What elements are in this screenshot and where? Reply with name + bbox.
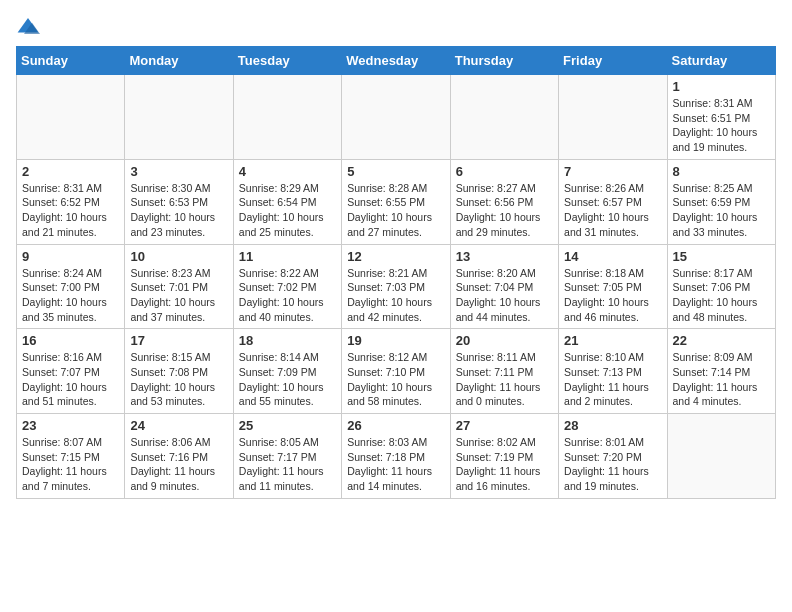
calendar-cell: 10Sunrise: 8:23 AM Sunset: 7:01 PM Dayli…	[125, 244, 233, 329]
calendar-cell: 3Sunrise: 8:30 AM Sunset: 6:53 PM Daylig…	[125, 159, 233, 244]
day-info: Sunrise: 8:07 AM Sunset: 7:15 PM Dayligh…	[22, 435, 119, 494]
day-info: Sunrise: 8:22 AM Sunset: 7:02 PM Dayligh…	[239, 266, 336, 325]
day-info: Sunrise: 8:15 AM Sunset: 7:08 PM Dayligh…	[130, 350, 227, 409]
day-number: 2	[22, 164, 119, 179]
week-row-1: 1Sunrise: 8:31 AM Sunset: 6:51 PM Daylig…	[17, 75, 776, 160]
day-number: 18	[239, 333, 336, 348]
day-number: 3	[130, 164, 227, 179]
calendar-cell: 16Sunrise: 8:16 AM Sunset: 7:07 PM Dayli…	[17, 329, 125, 414]
week-row-2: 2Sunrise: 8:31 AM Sunset: 6:52 PM Daylig…	[17, 159, 776, 244]
day-number: 23	[22, 418, 119, 433]
day-info: Sunrise: 8:03 AM Sunset: 7:18 PM Dayligh…	[347, 435, 444, 494]
day-number: 1	[673, 79, 770, 94]
calendar-cell: 5Sunrise: 8:28 AM Sunset: 6:55 PM Daylig…	[342, 159, 450, 244]
day-info: Sunrise: 8:21 AM Sunset: 7:03 PM Dayligh…	[347, 266, 444, 325]
day-number: 22	[673, 333, 770, 348]
week-row-4: 16Sunrise: 8:16 AM Sunset: 7:07 PM Dayli…	[17, 329, 776, 414]
weekday-header-tuesday: Tuesday	[233, 47, 341, 75]
day-number: 6	[456, 164, 553, 179]
day-number: 19	[347, 333, 444, 348]
day-number: 7	[564, 164, 661, 179]
day-info: Sunrise: 8:25 AM Sunset: 6:59 PM Dayligh…	[673, 181, 770, 240]
day-info: Sunrise: 8:11 AM Sunset: 7:11 PM Dayligh…	[456, 350, 553, 409]
calendar-cell: 23Sunrise: 8:07 AM Sunset: 7:15 PM Dayli…	[17, 414, 125, 499]
weekday-header-monday: Monday	[125, 47, 233, 75]
week-row-3: 9Sunrise: 8:24 AM Sunset: 7:00 PM Daylig…	[17, 244, 776, 329]
day-info: Sunrise: 8:31 AM Sunset: 6:51 PM Dayligh…	[673, 96, 770, 155]
day-number: 12	[347, 249, 444, 264]
day-number: 26	[347, 418, 444, 433]
day-number: 21	[564, 333, 661, 348]
calendar-cell: 25Sunrise: 8:05 AM Sunset: 7:17 PM Dayli…	[233, 414, 341, 499]
calendar-cell: 24Sunrise: 8:06 AM Sunset: 7:16 PM Dayli…	[125, 414, 233, 499]
calendar-cell: 2Sunrise: 8:31 AM Sunset: 6:52 PM Daylig…	[17, 159, 125, 244]
calendar-cell	[125, 75, 233, 160]
logo-icon	[16, 16, 40, 36]
day-number: 9	[22, 249, 119, 264]
day-info: Sunrise: 8:26 AM Sunset: 6:57 PM Dayligh…	[564, 181, 661, 240]
calendar-cell	[342, 75, 450, 160]
calendar-cell: 26Sunrise: 8:03 AM Sunset: 7:18 PM Dayli…	[342, 414, 450, 499]
calendar-cell	[559, 75, 667, 160]
day-info: Sunrise: 8:18 AM Sunset: 7:05 PM Dayligh…	[564, 266, 661, 325]
day-info: Sunrise: 8:10 AM Sunset: 7:13 PM Dayligh…	[564, 350, 661, 409]
day-info: Sunrise: 8:27 AM Sunset: 6:56 PM Dayligh…	[456, 181, 553, 240]
calendar-cell: 9Sunrise: 8:24 AM Sunset: 7:00 PM Daylig…	[17, 244, 125, 329]
weekday-header-thursday: Thursday	[450, 47, 558, 75]
day-number: 17	[130, 333, 227, 348]
day-info: Sunrise: 8:09 AM Sunset: 7:14 PM Dayligh…	[673, 350, 770, 409]
day-info: Sunrise: 8:24 AM Sunset: 7:00 PM Dayligh…	[22, 266, 119, 325]
day-number: 15	[673, 249, 770, 264]
calendar-cell: 8Sunrise: 8:25 AM Sunset: 6:59 PM Daylig…	[667, 159, 775, 244]
calendar-cell: 28Sunrise: 8:01 AM Sunset: 7:20 PM Dayli…	[559, 414, 667, 499]
day-number: 24	[130, 418, 227, 433]
day-info: Sunrise: 8:28 AM Sunset: 6:55 PM Dayligh…	[347, 181, 444, 240]
calendar-cell: 18Sunrise: 8:14 AM Sunset: 7:09 PM Dayli…	[233, 329, 341, 414]
week-row-5: 23Sunrise: 8:07 AM Sunset: 7:15 PM Dayli…	[17, 414, 776, 499]
calendar-cell: 1Sunrise: 8:31 AM Sunset: 6:51 PM Daylig…	[667, 75, 775, 160]
calendar: SundayMondayTuesdayWednesdayThursdayFrid…	[16, 46, 776, 499]
day-number: 10	[130, 249, 227, 264]
day-number: 28	[564, 418, 661, 433]
day-info: Sunrise: 8:31 AM Sunset: 6:52 PM Dayligh…	[22, 181, 119, 240]
day-number: 8	[673, 164, 770, 179]
calendar-cell: 4Sunrise: 8:29 AM Sunset: 6:54 PM Daylig…	[233, 159, 341, 244]
weekday-header-friday: Friday	[559, 47, 667, 75]
calendar-cell: 13Sunrise: 8:20 AM Sunset: 7:04 PM Dayli…	[450, 244, 558, 329]
day-number: 20	[456, 333, 553, 348]
day-number: 27	[456, 418, 553, 433]
calendar-cell: 6Sunrise: 8:27 AM Sunset: 6:56 PM Daylig…	[450, 159, 558, 244]
day-info: Sunrise: 8:20 AM Sunset: 7:04 PM Dayligh…	[456, 266, 553, 325]
weekday-header-row: SundayMondayTuesdayWednesdayThursdayFrid…	[17, 47, 776, 75]
day-info: Sunrise: 8:14 AM Sunset: 7:09 PM Dayligh…	[239, 350, 336, 409]
calendar-cell: 15Sunrise: 8:17 AM Sunset: 7:06 PM Dayli…	[667, 244, 775, 329]
calendar-cell: 12Sunrise: 8:21 AM Sunset: 7:03 PM Dayli…	[342, 244, 450, 329]
day-info: Sunrise: 8:01 AM Sunset: 7:20 PM Dayligh…	[564, 435, 661, 494]
weekday-header-wednesday: Wednesday	[342, 47, 450, 75]
calendar-cell: 22Sunrise: 8:09 AM Sunset: 7:14 PM Dayli…	[667, 329, 775, 414]
calendar-cell: 14Sunrise: 8:18 AM Sunset: 7:05 PM Dayli…	[559, 244, 667, 329]
calendar-cell: 27Sunrise: 8:02 AM Sunset: 7:19 PM Dayli…	[450, 414, 558, 499]
day-info: Sunrise: 8:12 AM Sunset: 7:10 PM Dayligh…	[347, 350, 444, 409]
weekday-header-saturday: Saturday	[667, 47, 775, 75]
header	[16, 16, 776, 36]
calendar-cell: 20Sunrise: 8:11 AM Sunset: 7:11 PM Dayli…	[450, 329, 558, 414]
calendar-cell	[667, 414, 775, 499]
day-info: Sunrise: 8:23 AM Sunset: 7:01 PM Dayligh…	[130, 266, 227, 325]
calendar-cell: 21Sunrise: 8:10 AM Sunset: 7:13 PM Dayli…	[559, 329, 667, 414]
calendar-cell: 11Sunrise: 8:22 AM Sunset: 7:02 PM Dayli…	[233, 244, 341, 329]
day-number: 16	[22, 333, 119, 348]
day-number: 5	[347, 164, 444, 179]
logo	[16, 16, 44, 36]
calendar-cell	[233, 75, 341, 160]
day-number: 14	[564, 249, 661, 264]
calendar-cell: 7Sunrise: 8:26 AM Sunset: 6:57 PM Daylig…	[559, 159, 667, 244]
calendar-cell	[450, 75, 558, 160]
calendar-cell: 17Sunrise: 8:15 AM Sunset: 7:08 PM Dayli…	[125, 329, 233, 414]
day-info: Sunrise: 8:06 AM Sunset: 7:16 PM Dayligh…	[130, 435, 227, 494]
day-info: Sunrise: 8:17 AM Sunset: 7:06 PM Dayligh…	[673, 266, 770, 325]
day-info: Sunrise: 8:16 AM Sunset: 7:07 PM Dayligh…	[22, 350, 119, 409]
day-info: Sunrise: 8:29 AM Sunset: 6:54 PM Dayligh…	[239, 181, 336, 240]
weekday-header-sunday: Sunday	[17, 47, 125, 75]
day-info: Sunrise: 8:30 AM Sunset: 6:53 PM Dayligh…	[130, 181, 227, 240]
